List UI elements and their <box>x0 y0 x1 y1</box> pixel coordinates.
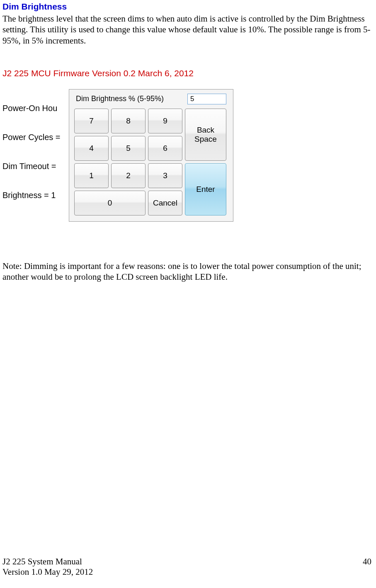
keypad-prompt-label: Dim Brightness % (5-95%) <box>76 94 164 103</box>
key-1[interactable]: 1 <box>74 163 109 188</box>
key-5[interactable]: 5 <box>111 136 146 161</box>
note-paragraph: Note: Dimming is important for a few rea… <box>2 261 372 283</box>
background-labels: Power-On Hou Power Cycles = Dim Timeout … <box>2 104 61 220</box>
key-8[interactable]: 8 <box>111 109 146 133</box>
bg-label-brightness: Brightness = 1 <box>2 191 61 199</box>
keypad-dialog: Dim Brightness % (5-95%) 7 8 9 Back Spac… <box>69 89 233 222</box>
keypad-grid: 7 8 9 Back Space 4 5 6 1 2 3 Enter 0 Can… <box>74 109 228 215</box>
footer-manual-name: J2 225 System Manual <box>2 557 82 567</box>
figure-screenshot: J2 225 MCU Firmware Version 0.2 March 6,… <box>2 68 372 238</box>
key-6[interactable]: 6 <box>148 136 182 161</box>
key-enter[interactable]: Enter <box>185 163 226 215</box>
paragraph-intro: The brightness level that the screen dim… <box>2 13 372 46</box>
dim-brightness-input[interactable] <box>187 94 226 104</box>
section-heading: Dim Brightness <box>2 2 372 12</box>
key-0[interactable]: 0 <box>74 191 146 215</box>
bg-label-power-on-hours: Power-On Hou <box>2 104 61 112</box>
key-4[interactable]: 4 <box>74 136 109 161</box>
page-footer: J2 225 System Manual 40 Version 1.0 May … <box>2 557 371 577</box>
key-2[interactable]: 2 <box>111 163 146 188</box>
key-3[interactable]: 3 <box>148 163 182 188</box>
bg-label-dim-timeout: Dim Timeout = <box>2 162 61 170</box>
footer-page-number: 40 <box>363 557 371 567</box>
key-backspace[interactable]: Back Space <box>185 109 226 161</box>
footer-version: Version 1.0 May 29, 2012 <box>2 567 371 577</box>
key-9[interactable]: 9 <box>148 109 182 133</box>
key-cancel[interactable]: Cancel <box>148 191 182 215</box>
key-7[interactable]: 7 <box>74 109 109 133</box>
firmware-version-text: J2 225 MCU Firmware Version 0.2 March 6,… <box>2 68 372 78</box>
bg-label-power-cycles: Power Cycles = <box>2 133 61 141</box>
